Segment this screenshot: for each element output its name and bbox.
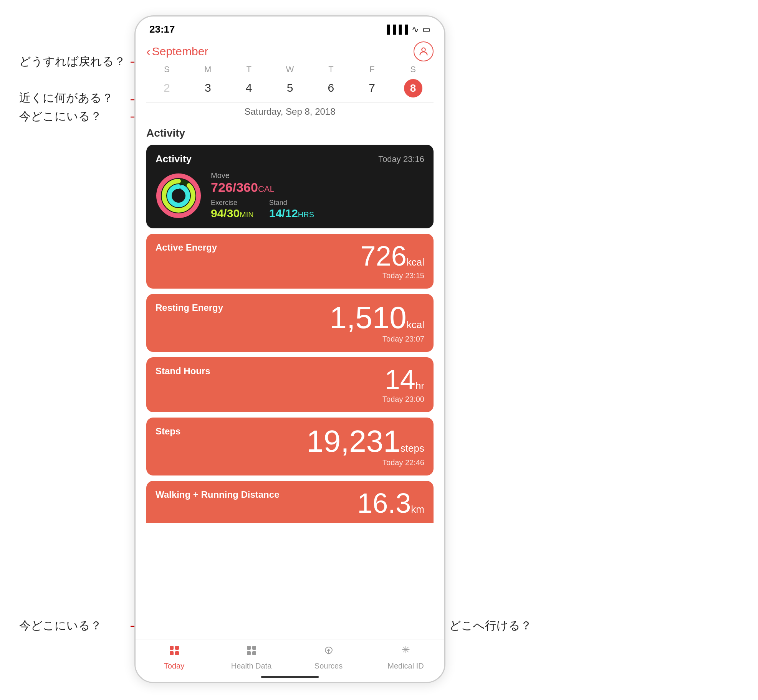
exercise-value: 94/30MIN	[211, 207, 254, 220]
move-stat: Move 726/360CAL	[211, 171, 424, 195]
stand-hours-card[interactable]: Stand Hours 14hr Today 23:00	[146, 357, 434, 412]
back-button[interactable]: ‹ September	[146, 45, 208, 59]
active-energy-right: 726kcal Today 23:15	[361, 242, 424, 280]
stand-hours-value: 14hr	[382, 366, 424, 393]
resting-energy-card[interactable]: Resting Energy 1,510kcal Today 23:07	[146, 294, 434, 352]
status-time: 23:17	[149, 23, 175, 35]
activity-rings	[156, 173, 202, 219]
active-energy-label: Active Energy	[156, 242, 361, 253]
calendar-day-2[interactable]: 2	[146, 78, 187, 99]
chevron-left-icon: ‹	[146, 45, 151, 59]
svg-rect-21	[170, 651, 174, 655]
annotation-label-4: 今どこにいる？	[19, 109, 102, 124]
tab-medical-id-label: Medical ID	[387, 662, 424, 670]
walking-running-left: Walking + Running Distance	[156, 489, 357, 502]
calendar-day-5[interactable]: 5	[270, 78, 311, 99]
svg-point-12	[422, 48, 425, 51]
calendar-day-6[interactable]: 6	[310, 78, 351, 99]
active-energy-value: 726kcal	[361, 242, 424, 270]
today-icon	[169, 645, 180, 659]
nav-bar: ‹ September	[136, 39, 444, 64]
stand-value: 14/12HRS	[269, 207, 314, 220]
day-header-t2: T	[310, 64, 351, 74]
calendar-section: S M T W T F S 2 3 4 5 6 7 8 Saturday, Se…	[136, 64, 444, 127]
tab-sources[interactable]: Sources	[290, 645, 367, 670]
back-label: September	[152, 45, 209, 58]
walking-running-label: Walking + Running Distance	[156, 489, 357, 500]
stand-label: Stand	[269, 199, 314, 207]
activity-card-time: Today 23:16	[378, 154, 424, 164]
stand-hours-label: Stand Hours	[156, 366, 382, 376]
sources-icon	[323, 645, 334, 659]
tab-sources-label: Sources	[314, 662, 343, 670]
day-header-m: M	[187, 64, 228, 74]
activity-content: Move 726/360CAL Exercise 94/30MIN	[156, 171, 424, 220]
calendar-day-4[interactable]: 4	[228, 78, 270, 99]
steps-right: 19,231steps Today 22:46	[306, 426, 424, 467]
calendar-day-8[interactable]: 8	[392, 78, 434, 99]
health-data-icon	[246, 645, 257, 659]
day-header-s2: S	[392, 64, 434, 74]
activity-card[interactable]: Activity Today 23:16	[146, 145, 434, 228]
svg-point-18	[169, 187, 188, 205]
annotation-label-2: 近くに何がある？	[19, 90, 113, 106]
status-bar: 23:17 ▐▐▐▐ ∿ ▭	[136, 17, 444, 39]
svg-rect-20	[175, 646, 179, 650]
calendar-day-7[interactable]: 7	[351, 78, 392, 99]
svg-rect-26	[252, 651, 256, 655]
exercise-stand-stats: Exercise 94/30MIN Stand 14/12HRS	[211, 199, 424, 220]
svg-text:✳: ✳	[402, 645, 410, 655]
stand-hours-left: Stand Hours	[156, 366, 382, 378]
steps-time: Today 22:46	[306, 458, 424, 467]
resting-energy-left: Resting Energy	[156, 302, 330, 315]
activity-card-title: Activity	[156, 153, 192, 165]
resting-energy-time: Today 23:07	[330, 335, 424, 343]
day-header-w: W	[270, 64, 311, 74]
exercise-label: Exercise	[211, 199, 254, 207]
steps-label: Steps	[156, 426, 306, 437]
home-indicator	[261, 676, 319, 678]
activity-card-header: Activity Today 23:16	[156, 153, 424, 165]
walking-running-card[interactable]: Walking + Running Distance 16.3km	[146, 481, 434, 523]
stand-hours-right: 14hr Today 23:00	[382, 366, 424, 404]
svg-rect-23	[247, 646, 251, 650]
steps-card[interactable]: Steps 19,231steps Today 22:46	[146, 418, 434, 475]
resting-energy-value: 1,510kcal	[330, 302, 424, 333]
annotation-label-5: 今どこにいる？	[19, 618, 102, 634]
section-title: Activity	[146, 127, 434, 139]
activity-stats: Move 726/360CAL Exercise 94/30MIN	[211, 171, 424, 220]
stand-hours-time: Today 23:00	[382, 395, 424, 404]
active-energy-left: Active Energy	[156, 242, 361, 254]
medical-id-icon: ✳	[400, 645, 412, 659]
svg-rect-25	[247, 651, 251, 655]
phone-frame: 23:17 ▐▐▐▐ ∿ ▭ ‹ September S M T W T F S	[134, 15, 445, 683]
day-header-f: F	[351, 64, 392, 74]
tab-medical-id[interactable]: ✳ Medical ID	[367, 645, 444, 670]
calendar-days: 2 3 4 5 6 7 8	[146, 78, 434, 99]
status-icons: ▐▐▐▐ ∿ ▭	[384, 25, 430, 35]
walking-running-right: 16.3km	[357, 489, 424, 517]
steps-left: Steps	[156, 426, 306, 438]
signal-icon: ▐▐▐▐	[384, 25, 408, 35]
svg-rect-24	[252, 646, 256, 650]
profile-button[interactable]	[414, 41, 434, 61]
calendar-date-label: Saturday, Sep 8, 2018	[146, 102, 434, 117]
tab-today[interactable]: Today	[136, 645, 213, 670]
tab-health-data[interactable]: Health Data	[213, 645, 290, 670]
calendar-days-header: S M T W T F S	[146, 64, 434, 74]
tab-health-data-label: Health Data	[231, 662, 272, 670]
annotation-label-1: どうすれば戻れる？	[19, 54, 126, 69]
svg-rect-19	[170, 646, 174, 650]
walking-running-value: 16.3km	[357, 489, 424, 517]
calendar-day-3[interactable]: 3	[187, 78, 228, 99]
content-area[interactable]: Activity Activity Today 23:16	[136, 127, 444, 670]
move-value: 726/360CAL	[211, 180, 424, 195]
active-energy-card[interactable]: Active Energy 726kcal Today 23:15	[146, 234, 434, 289]
svg-rect-22	[175, 651, 179, 655]
tab-today-label: Today	[164, 662, 184, 670]
stand-stat: Stand 14/12HRS	[269, 199, 314, 220]
wifi-icon: ∿	[412, 25, 419, 35]
resting-energy-right: 1,510kcal Today 23:07	[330, 302, 424, 343]
annotation-label-6: どこへ行ける？	[449, 618, 532, 634]
day-header-s1: S	[146, 64, 187, 74]
